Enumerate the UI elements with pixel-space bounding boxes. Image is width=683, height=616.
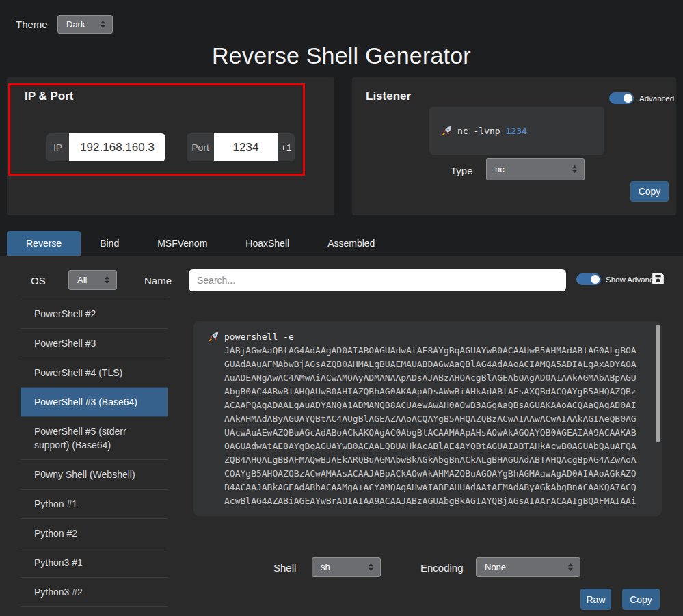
- search-input[interactable]: [189, 269, 566, 291]
- shell-list-item[interactable]: PowerShell #3 (Base64): [21, 387, 168, 416]
- ip-port-title: IP & Port: [25, 90, 73, 103]
- code-copy-button[interactable]: Copy: [622, 589, 660, 610]
- shell-list-item[interactable]: Python #1: [21, 489, 168, 518]
- shell-list-item[interactable]: P0wny Shell (Webshell): [21, 459, 168, 489]
- code-scrollbar-thumb[interactable]: [656, 325, 660, 442]
- name-label: Name: [144, 275, 172, 286]
- theme-select-value: Dark: [66, 19, 85, 29]
- encoding-select-value: None: [485, 562, 506, 572]
- encoding-select[interactable]: None: [476, 557, 580, 577]
- shell-list-item[interactable]: PowerShell #4 (TLS): [21, 358, 168, 387]
- theme-label: Theme: [16, 18, 48, 30]
- theme-select[interactable]: Dark: [57, 15, 113, 34]
- shell-select-value: sh: [321, 562, 330, 572]
- shell-list-item[interactable]: Python #2: [21, 518, 168, 548]
- type-label: Type: [451, 165, 473, 176]
- tab-assembled[interactable]: Assembled: [308, 231, 394, 256]
- os-label: OS: [31, 275, 46, 286]
- listener-type-value: nc: [495, 164, 505, 174]
- listener-copy-button[interactable]: Copy: [630, 181, 669, 202]
- tab-bar: ReverseBindMSFVenomHoaxShellAssembled: [7, 231, 394, 256]
- payload-text: JABjAGwAaQBlAG4AdAAgAD0AIABOAGUAdwAtAE8A…: [224, 344, 637, 508]
- ip-port-panel: IP & Port IP Port +1: [7, 77, 334, 215]
- tab-reverse[interactable]: Reverse: [7, 231, 81, 256]
- save-icon[interactable]: [652, 272, 665, 288]
- chevron-up-down-icon: [104, 276, 110, 284]
- port-field-label: Port: [187, 133, 214, 161]
- listener-panel: Listener Advanced nc -lvnp 1234 Type nc …: [352, 77, 676, 215]
- listener-title: Listener: [366, 90, 411, 103]
- listener-advanced-label: Advanced: [639, 94, 674, 103]
- shell-list: PowerShell #2PowerShell #3PowerShell #4 …: [21, 299, 168, 616]
- os-select-value: All: [77, 275, 87, 285]
- chevron-up-down-icon: [572, 165, 578, 173]
- payload-command: powershell -e: [224, 330, 637, 344]
- page-title: Reverse Shell Generator: [0, 42, 683, 69]
- tab-hoaxshell[interactable]: HoaxShell: [226, 231, 308, 256]
- shell-label: Shell: [273, 562, 296, 574]
- payload-code-block: powershell -e JABjAGwAaQBlAG4AdAAgAD0AIA…: [193, 321, 662, 516]
- os-select[interactable]: All: [68, 270, 117, 290]
- shell-list-item[interactable]: PowerShell #3: [21, 328, 168, 358]
- raw-button[interactable]: Raw: [580, 589, 611, 610]
- chevron-up-down-icon: [100, 21, 106, 28]
- listener-command-port: 1234: [506, 126, 527, 136]
- ip-input[interactable]: [69, 133, 165, 161]
- shell-list-item: [21, 606, 168, 616]
- tab-msfvenom[interactable]: MSFVenom: [138, 231, 226, 256]
- port-input[interactable]: [214, 133, 278, 161]
- shell-select[interactable]: sh: [312, 557, 381, 577]
- listener-command-text: nc -lvnp: [457, 126, 500, 136]
- tab-bind[interactable]: Bind: [81, 231, 138, 256]
- ip-field-label: IP: [46, 133, 69, 161]
- listener-command-box: nc -lvnp 1234: [429, 107, 604, 155]
- listener-advanced-toggle[interactable]: [609, 92, 634, 104]
- rocket-icon: [209, 332, 219, 342]
- chevron-up-down-icon: [567, 563, 574, 571]
- chevron-up-down-icon: [368, 563, 374, 571]
- show-advanced-toggle[interactable]: [576, 273, 601, 285]
- shell-list-item[interactable]: Python3 #2: [21, 577, 168, 606]
- listener-type-select[interactable]: nc: [486, 158, 585, 180]
- rocket-icon: [442, 126, 452, 136]
- shell-list-item[interactable]: PowerShell #2: [21, 299, 168, 328]
- generator-panel: OS All Name Show Advanced PowerShell #2P…: [0, 256, 683, 616]
- shell-list-item[interactable]: PowerShell #5 (stderr support) (Base64): [21, 416, 168, 459]
- encoding-label: Encoding: [420, 562, 464, 574]
- shell-list-item[interactable]: Python3 #1: [21, 548, 168, 577]
- port-increment-button[interactable]: +1: [278, 133, 295, 161]
